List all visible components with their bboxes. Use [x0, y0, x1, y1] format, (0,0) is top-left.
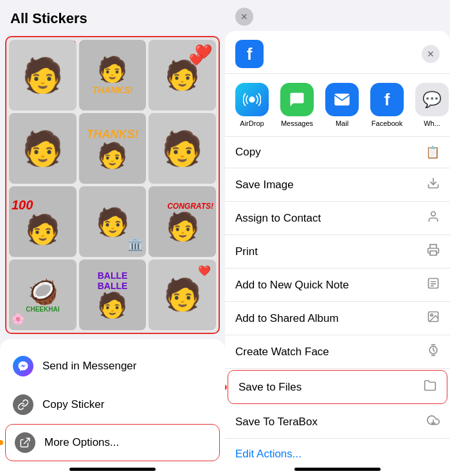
- print-label: Print: [235, 245, 258, 258]
- whatsapp-label: Wh...: [424, 119, 440, 127]
- facebook-logo-icon: f: [235, 40, 264, 68]
- facebook-icon: f: [370, 83, 404, 116]
- right-top-bar: ✕: [225, 0, 450, 31]
- messenger-icon: [13, 356, 33, 376]
- sticker-cell[interactable]: 🧑 ❤️ ❤️: [148, 40, 216, 110]
- shared-album-svg-icon: [427, 310, 440, 323]
- sticker-cell[interactable]: CONGRATS! 🧑: [148, 186, 216, 257]
- svg-point-3: [431, 212, 436, 216]
- messages-svg-icon: [288, 91, 306, 109]
- watch-icon: [427, 344, 440, 360]
- facebook-label: Facebook: [372, 119, 402, 127]
- sticker-thanks2-text: THANKS!: [86, 128, 138, 141]
- messages-app[interactable]: Messages: [280, 83, 314, 127]
- messenger-svg-icon: [17, 360, 29, 372]
- facebook-f-letter: f: [384, 90, 390, 110]
- svg-line-0: [24, 438, 30, 443]
- assign-contact-menu-item[interactable]: Assign to Contact: [225, 202, 450, 235]
- share-sheet: f ✕ AirDrop: [225, 31, 450, 476]
- create-watch-face-menu-item[interactable]: Create Watch Face: [225, 335, 450, 369]
- sticker-cell[interactable]: 🧑: [148, 113, 216, 184]
- cloud-svg-icon: [427, 414, 440, 427]
- folder-svg-icon: [424, 379, 437, 392]
- sticker-cell[interactable]: 🧑 🏛️: [79, 186, 147, 257]
- save-image-icon: [427, 177, 440, 193]
- shared-album-icon: [427, 310, 440, 326]
- sticker-cell[interactable]: 🧑 THANKS!: [79, 40, 147, 110]
- save-terabox-label: Save To TeraBox: [235, 416, 318, 428]
- sticker-cell[interactable]: THANKS! 🧑: [79, 113, 147, 184]
- left-panel: All Stickers 🧑 🧑 THANKS! 🧑 ❤️ ❤️ 🧑: [0, 0, 225, 476]
- note-icon: [427, 277, 440, 293]
- copy-menu-label: Copy: [235, 146, 261, 159]
- send-messenger-label: Send in Messenger: [42, 360, 136, 373]
- more-options-label: More Options...: [44, 436, 119, 449]
- svg-rect-4: [430, 251, 437, 256]
- close-sheet-icon: ✕: [427, 49, 435, 59]
- copy-sticker-action[interactable]: Copy Sticker: [0, 385, 225, 424]
- sticker-grid: 🧑 🧑 THANKS! 🧑 ❤️ ❤️ 🧑 THANKS! 🧑 🧑: [5, 36, 220, 334]
- sticker-100-text: 100: [12, 198, 33, 213]
- link-svg-icon: [17, 399, 29, 410]
- send-messenger-action[interactable]: Send in Messenger: [0, 347, 225, 385]
- messages-label: Messages: [281, 119, 313, 127]
- right-panel: ✕ f ✕ AirDrop: [225, 0, 450, 476]
- add-shared-album-menu-item[interactable]: Add to Shared Album: [225, 302, 450, 335]
- bottom-actions-sheet: Send in Messenger Copy Sticker More Opti: [0, 339, 225, 476]
- sticker-congrats-text: CONGRATS!: [167, 202, 213, 211]
- share-icon: [15, 432, 35, 453]
- airdrop-icon: [235, 83, 269, 116]
- svg-point-1: [249, 96, 255, 102]
- sticker-cell[interactable]: 100 🧑: [9, 186, 76, 257]
- sticker-cell[interactable]: BALLE BALLE 🧑: [79, 260, 147, 330]
- notification-dot: [74, 40, 76, 42]
- mail-app[interactable]: Mail: [325, 83, 359, 127]
- app-icons-row: AirDrop Messages Mail: [225, 74, 450, 137]
- copy-icon: 📋: [426, 145, 440, 159]
- contact-icon: [427, 210, 440, 226]
- close-sheet-button[interactable]: ✕: [422, 45, 440, 63]
- airdrop-app[interactable]: AirDrop: [235, 83, 269, 127]
- add-shared-album-label: Add to Shared Album: [235, 312, 339, 325]
- printer-svg-icon: [427, 243, 440, 256]
- sticker-cell[interactable]: 🥥 CHEEKHAI 🌸: [9, 260, 76, 330]
- copy-sticker-label: Copy Sticker: [42, 398, 104, 411]
- svg-point-10: [431, 314, 433, 316]
- more-options-action[interactable]: More Options...: [5, 424, 220, 461]
- print-icon: [427, 243, 440, 260]
- cloud-icon: [427, 414, 440, 430]
- add-quick-note-menu-item[interactable]: Add to New Quick Note: [225, 269, 450, 302]
- messages-icon: [280, 83, 314, 116]
- share-svg-icon: [19, 437, 31, 448]
- close-top-icon: ✕: [240, 12, 248, 22]
- print-menu-item[interactable]: Print: [225, 235, 450, 269]
- sticker-cell[interactable]: 🧑: [9, 40, 76, 110]
- home-indicator-left: [69, 468, 156, 471]
- sticker-cell[interactable]: 🧑: [9, 113, 76, 184]
- share-sheet-header: f ✕: [225, 31, 450, 74]
- note-svg-icon: [427, 277, 440, 290]
- edit-actions-item[interactable]: Edit Actions...: [225, 439, 450, 461]
- save-to-files-menu-item[interactable]: Save to Files: [228, 370, 447, 404]
- save-terabox-menu-item[interactable]: Save To TeraBox: [225, 405, 450, 439]
- stickers-title: All Stickers: [0, 0, 225, 33]
- mail-svg-icon: [333, 91, 351, 109]
- person-svg-icon: [427, 210, 440, 223]
- sticker-balle-text: BALLE BALLE: [82, 270, 144, 291]
- sticker-cell[interactable]: 🧑 ❤️: [148, 260, 216, 330]
- orange-dot: [0, 440, 3, 445]
- save-image-menu-item[interactable]: Save Image: [225, 168, 450, 202]
- copy-menu-item[interactable]: Copy 📋: [225, 137, 450, 168]
- sticker-cheekhai-text: CHEEKHAI: [26, 306, 59, 313]
- sticker-grid-container: 🧑 🧑 THANKS! 🧑 ❤️ ❤️ 🧑 THANKS! 🧑 🧑: [0, 33, 225, 339]
- link-icon: [13, 394, 33, 415]
- menu-list: Copy 📋 Save Image Assign to Contact: [225, 137, 450, 461]
- mail-label: Mail: [336, 119, 348, 127]
- sticker-thanks-text: THANKS!: [92, 85, 132, 95]
- facebook-app[interactable]: f Facebook: [370, 83, 404, 127]
- download-svg-icon: [427, 177, 440, 190]
- whatsapp-app[interactable]: 💬 Wh...: [415, 83, 449, 127]
- airdrop-svg-icon: [243, 91, 261, 109]
- close-top-button[interactable]: ✕: [235, 8, 253, 26]
- assign-contact-label: Assign to Contact: [235, 212, 321, 225]
